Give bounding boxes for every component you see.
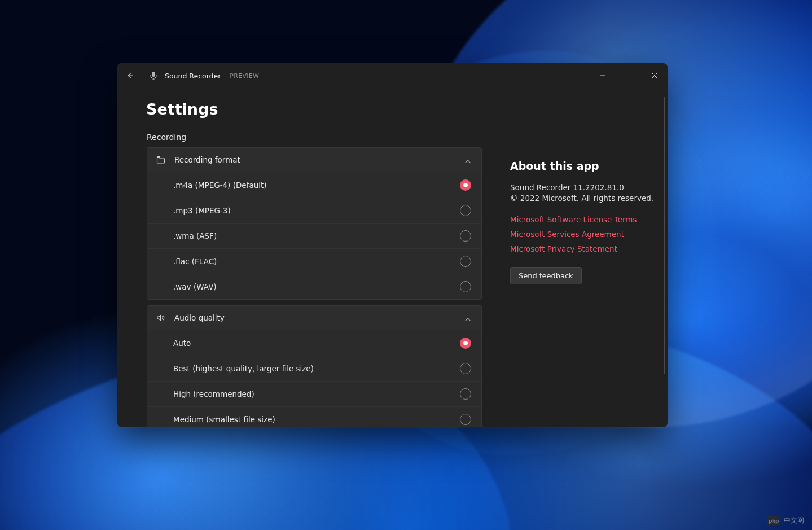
back-button[interactable] (122, 68, 138, 84)
about-title: About this app (510, 160, 657, 172)
audio-quality-option-label: Best (highest quality, larger file size) (173, 364, 460, 373)
recording-format-option[interactable]: .mp3 (MPEG-3) (147, 198, 481, 223)
radio-button[interactable] (460, 256, 471, 267)
radio-button[interactable] (460, 205, 471, 216)
scrollbar[interactable] (664, 97, 665, 374)
audio-quality-option-label: High (recommended) (173, 389, 460, 398)
about-version: Sound Recorder 11.2202.81.0 (510, 182, 657, 193)
site-watermark: php 中文网 (767, 516, 804, 525)
recording-format-option-label: .wma (ASF) (173, 231, 460, 240)
speaker-icon (156, 313, 165, 322)
chevron-up-icon (464, 156, 471, 163)
recording-format-title: Recording format (174, 155, 455, 164)
audio-quality-title: Audio quality (174, 313, 455, 322)
recording-format-expander: Recording format .m4a (MPEG-4) (Default)… (147, 147, 482, 300)
about-link[interactable]: Microsoft Software License Terms (510, 215, 657, 224)
svg-rect-1 (152, 72, 155, 77)
radio-button[interactable] (460, 338, 471, 349)
maximize-button[interactable] (616, 63, 642, 88)
audio-quality-option-label: Auto (173, 339, 460, 348)
radio-button[interactable] (460, 179, 471, 191)
chevron-up-icon (464, 314, 471, 321)
radio-button[interactable] (460, 230, 471, 242)
audio-quality-header[interactable]: Audio quality (147, 306, 481, 330)
app-title: Sound Recorder (165, 72, 221, 80)
recording-format-header[interactable]: Recording format (147, 148, 481, 172)
audio-quality-option[interactable]: Auto (147, 330, 481, 356)
recording-format-option[interactable]: .wma (ASF) (147, 223, 481, 248)
folder-icon (156, 155, 165, 164)
recording-format-option-label: .m4a (MPEG-4) (Default) (173, 181, 460, 190)
audio-quality-expander: Audio quality AutoBest (highest quality,… (147, 305, 482, 427)
recording-format-option[interactable]: .flac (FLAC) (147, 248, 481, 274)
recording-format-option[interactable]: .m4a (MPEG-4) (Default) (147, 172, 481, 198)
about-link[interactable]: Microsoft Privacy Statement (510, 244, 657, 253)
close-button[interactable] (642, 63, 668, 88)
radio-button[interactable] (460, 414, 471, 425)
titlebar: Sound Recorder PREVIEW (117, 63, 668, 88)
watermark-text: 中文网 (784, 516, 804, 525)
radio-button[interactable] (460, 363, 471, 374)
page-title: Settings (146, 100, 663, 118)
preview-badge: PREVIEW (230, 72, 259, 80)
recording-format-option-label: .wav (WAV) (173, 282, 460, 291)
radio-button[interactable] (460, 281, 471, 292)
about-link[interactable]: Microsoft Services Agreement (510, 230, 657, 239)
svg-rect-5 (626, 73, 631, 78)
settings-scroll[interactable]: Settings Recording Re (117, 88, 668, 427)
recording-format-option-label: .mp3 (MPEG-3) (173, 206, 460, 215)
recording-format-option-label: .flac (FLAC) (173, 257, 460, 266)
app-window: Sound Recorder PREVIEW Settings Recordin… (117, 63, 668, 427)
about-copyright: © 2022 Microsoft. All rights reserved. (510, 193, 657, 204)
send-feedback-button[interactable]: Send feedback (510, 267, 582, 284)
minimize-button[interactable] (590, 63, 616, 88)
audio-quality-option[interactable]: Best (highest quality, larger file size) (147, 356, 481, 381)
recording-format-option[interactable]: .wav (WAV) (147, 274, 481, 299)
watermark-logo: php (767, 516, 780, 525)
audio-quality-option[interactable]: Medium (smallest file size) (147, 406, 481, 427)
audio-quality-option[interactable]: High (recommended) (147, 381, 481, 406)
radio-button[interactable] (460, 388, 471, 400)
audio-quality-option-label: Medium (smallest file size) (173, 415, 460, 424)
section-recording-label: Recording (147, 133, 482, 142)
app-icon (149, 71, 158, 80)
